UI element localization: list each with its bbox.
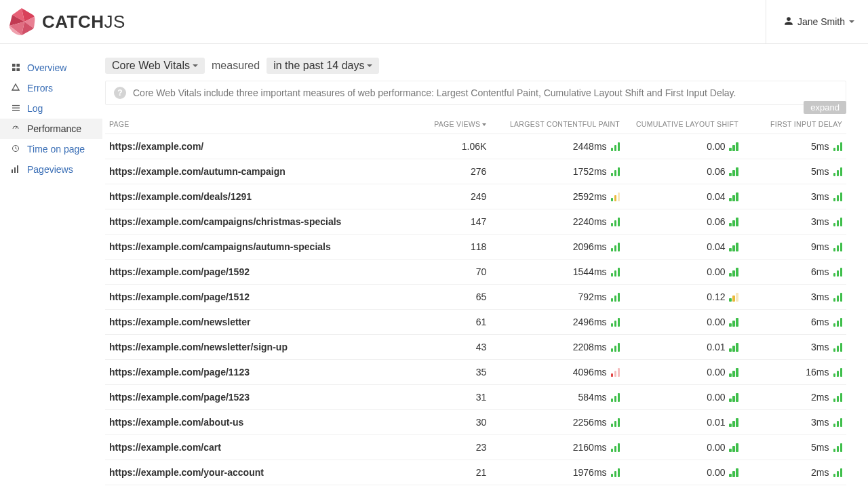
- signal-bars-icon: [833, 142, 843, 151]
- info-banner: ? Core Web Vitals include three importan…: [105, 81, 846, 105]
- filter-bar: Core Web Vitals measured in the past 14 …: [105, 58, 846, 74]
- table-row[interactable]: https://example.com/newsletter612496ms0.…: [105, 310, 846, 335]
- cell-views: 21: [416, 460, 490, 485]
- cell-lcp: 2096ms: [490, 235, 624, 260]
- cell-views: 31: [416, 385, 490, 410]
- metric-selector[interactable]: Core Web Vitals: [105, 58, 205, 74]
- signal-bars-icon: [729, 167, 738, 176]
- signal-bars-icon: [611, 317, 620, 327]
- brand[interactable]: CATCHJS: [8, 8, 125, 35]
- signal-bars-icon: [833, 468, 843, 477]
- cell-fid: 16ms: [743, 360, 846, 385]
- timerange-selector-label: in the past 14 days: [273, 60, 364, 72]
- signal-bars-icon: [611, 468, 620, 477]
- cell-views: 147: [416, 209, 490, 235]
- table-row[interactable]: https://example.com/page/1123354096ms0.0…: [105, 360, 846, 385]
- bars-icon: [9, 165, 22, 174]
- table-row[interactable]: https://example.com/page/151265792ms0.12…: [105, 285, 846, 310]
- user-icon: [784, 16, 793, 28]
- table-row[interactable]: https://example.com/1.06K2448ms0.005ms: [105, 134, 846, 159]
- cell-cls: 0.04: [624, 235, 743, 260]
- cell-cls: 0.01: [624, 335, 743, 360]
- table-row[interactable]: https://example.com/campaigns/autumn-spe…: [105, 235, 846, 260]
- signal-bars-icon: [729, 342, 738, 352]
- cell-lcp: 4096ms: [490, 360, 624, 385]
- table-row[interactable]: https://example.com/cart232160ms0.005ms: [105, 435, 846, 460]
- svg-rect-10: [12, 68, 16, 71]
- cell-views: 61: [416, 310, 490, 335]
- table-row[interactable]: https://example.com/newsletter/sign-up43…: [105, 335, 846, 360]
- signal-bars-icon: [833, 443, 843, 452]
- info-text: Core Web Vitals include three important …: [133, 87, 736, 98]
- col-header-lcp[interactable]: Largest Contentful Paint: [490, 115, 624, 134]
- sidebar: Overview Errors Log Performance Time on …: [0, 44, 102, 488]
- cell-cls: 0.00: [624, 134, 743, 159]
- user-name: Jane Smith: [797, 16, 845, 27]
- cell-lcp: 2160ms: [490, 435, 624, 460]
- table-row[interactable]: https://example.com/autumn-campaign27617…: [105, 159, 846, 184]
- performance-table: Page Page Views Largest Contentful Paint…: [105, 115, 846, 485]
- cell-page: https://example.com/newsletter: [105, 310, 416, 335]
- cell-fid: 3ms: [743, 410, 846, 435]
- timerange-selector[interactable]: in the past 14 days: [267, 58, 379, 74]
- col-header-cls[interactable]: Cumulative Layout Shift: [624, 115, 743, 134]
- sidebar-item-log[interactable]: Log: [0, 98, 102, 119]
- cell-fid: 3ms: [743, 285, 846, 310]
- cell-views: 35: [416, 360, 490, 385]
- cell-views: 249: [416, 184, 490, 209]
- caret-down-icon: [849, 20, 854, 23]
- signal-bars-icon: [611, 192, 620, 201]
- sidebar-item-performance[interactable]: Performance: [0, 119, 102, 139]
- grid-icon: [9, 64, 22, 73]
- signal-bars-icon: [611, 217, 620, 226]
- col-header-page[interactable]: Page: [105, 115, 416, 134]
- table-row[interactable]: https://example.com/deals/12912492592ms0…: [105, 184, 846, 209]
- table-row[interactable]: https://example.com/your-account211976ms…: [105, 460, 846, 485]
- signal-bars-icon: [833, 267, 843, 277]
- sidebar-item-label: Pageviews: [27, 164, 73, 175]
- sidebar-item-time-on-page[interactable]: Time on page: [0, 139, 102, 159]
- expand-button[interactable]: expand: [804, 101, 846, 114]
- cell-lcp: 2256ms: [490, 410, 624, 435]
- table-row[interactable]: https://example.com/page/152331584ms0.00…: [105, 385, 846, 410]
- cell-page: https://example.com/autumn-campaign: [105, 159, 416, 184]
- cell-cls: 0.00: [624, 435, 743, 460]
- app-header: CATCHJS Jane Smith: [0, 0, 868, 44]
- sidebar-item-overview[interactable]: Overview: [0, 58, 102, 78]
- cell-fid: 2ms: [743, 460, 846, 485]
- list-icon: [9, 104, 22, 113]
- col-header-fid[interactable]: First Input Delay: [743, 115, 846, 134]
- signal-bars-icon: [611, 267, 620, 277]
- cell-fid: 5ms: [743, 134, 846, 159]
- col-header-pageviews[interactable]: Page Views: [416, 115, 490, 134]
- cell-lcp: 584ms: [490, 385, 624, 410]
- svg-line-15: [16, 127, 17, 129]
- metric-selector-label: Core Web Vitals: [112, 60, 190, 72]
- signal-bars-icon: [729, 468, 738, 477]
- table-row[interactable]: https://example.com/page/1592701544ms0.0…: [105, 260, 846, 285]
- cell-page: https://example.com/page/1512: [105, 285, 416, 310]
- signal-bars-icon: [611, 342, 620, 352]
- cell-fid: 5ms: [743, 435, 846, 460]
- cell-page: https://example.com/campaigns/autumn-spe…: [105, 235, 416, 260]
- cell-cls: 0.00: [624, 310, 743, 335]
- table-row[interactable]: https://example.com/campaigns/christmas-…: [105, 209, 846, 235]
- cell-page: https://example.com/newsletter/sign-up: [105, 335, 416, 360]
- svg-rect-19: [17, 165, 18, 173]
- sidebar-item-pageviews[interactable]: Pageviews: [0, 159, 102, 180]
- gauge-icon: [9, 124, 22, 134]
- help-icon[interactable]: ?: [114, 87, 126, 99]
- cell-views: 65: [416, 285, 490, 310]
- sidebar-item-errors[interactable]: Errors: [0, 78, 102, 98]
- cell-lcp: 2240ms: [490, 209, 624, 235]
- sidebar-item-label: Overview: [27, 62, 66, 73]
- cell-page: https://example.com/campaigns/christmas-…: [105, 209, 416, 235]
- user-menu[interactable]: Jane Smith: [766, 0, 854, 43]
- signal-bars-icon: [611, 443, 620, 452]
- cell-page: https://example.com/page/1523: [105, 385, 416, 410]
- signal-bars-icon: [611, 418, 620, 427]
- table-row[interactable]: https://example.com/about-us302256ms0.01…: [105, 410, 846, 435]
- signal-bars-icon: [729, 217, 738, 226]
- cell-cls: 0.06: [624, 209, 743, 235]
- signal-bars-icon: [833, 192, 843, 201]
